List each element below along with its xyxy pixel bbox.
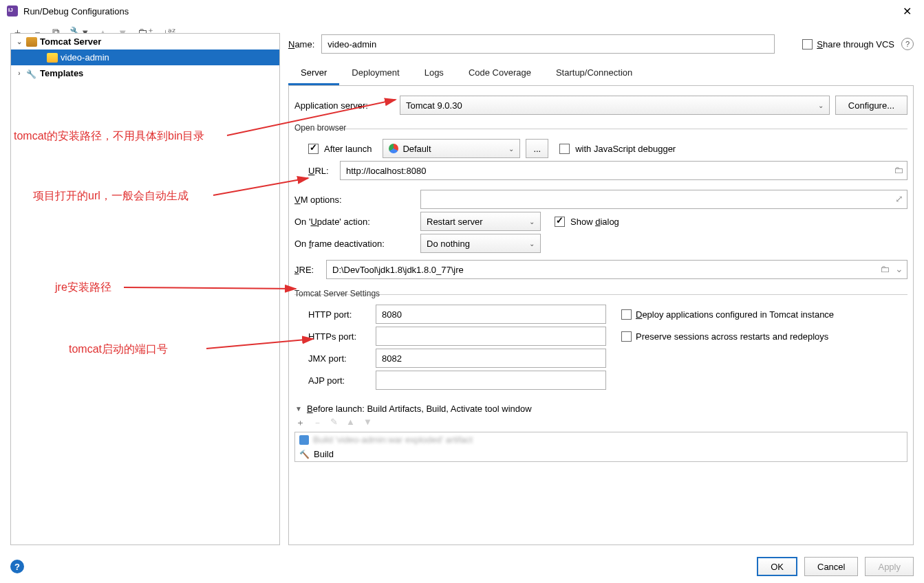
before-launch-header[interactable]: ▼ Before launch: Build Artifacts, Build,… xyxy=(294,404,907,414)
jre-input[interactable] xyxy=(326,260,907,279)
tree-label: Templates xyxy=(40,68,83,78)
help-icon[interactable]: ? xyxy=(901,38,914,50)
config-tree: ⌄ Tomcat Server video-admin › Templates xyxy=(10,33,280,545)
frame-deactivation-label: On frame deactivation: xyxy=(294,239,415,249)
wrench-icon xyxy=(26,69,37,78)
share-label: Share through VCS xyxy=(817,39,894,50)
browser-ellipsis-button[interactable]: ... xyxy=(526,139,548,158)
intellij-icon xyxy=(7,6,18,16)
browser-value: Default xyxy=(402,144,431,154)
config-tabs: Server Deployment Logs Code Coverage Sta… xyxy=(288,62,914,86)
update-action-combo[interactable]: Restart server⌄ xyxy=(420,212,541,231)
before-launch-list: Build 'video-admin:war exploded' artifac… xyxy=(294,432,907,462)
tomcat-icon xyxy=(47,53,58,63)
tab-server[interactable]: Server xyxy=(288,62,339,85)
url-label: URL: xyxy=(308,166,334,176)
http-port-label: HTTP port: xyxy=(294,309,370,320)
window-title: Run/Debug Configurations xyxy=(23,6,129,16)
help-icon[interactable]: ? xyxy=(10,560,24,573)
app-server-value: Tomcat 9.0.30 xyxy=(406,100,462,111)
ok-button[interactable]: OK xyxy=(757,557,797,576)
close-icon[interactable]: ✕ xyxy=(897,2,917,21)
list-item-label: Build xyxy=(314,449,334,459)
tab-code-coverage[interactable]: Code Coverage xyxy=(456,62,544,85)
apply-button[interactable]: Apply xyxy=(865,557,914,576)
tree-tomcat-server[interactable]: ⌄ Tomcat Server xyxy=(11,34,279,50)
jmx-port-label: JMX port: xyxy=(294,353,370,364)
tree-label: Tomcat Server xyxy=(40,36,101,47)
ajp-port-input[interactable] xyxy=(376,371,606,390)
chevron-down-icon[interactable]: ⌄ xyxy=(895,263,903,274)
add-icon[interactable]: ＋ xyxy=(296,417,305,429)
name-label: Name: xyxy=(288,39,314,50)
deploy-label: Deploy applications configured in Tomcat… xyxy=(636,309,834,320)
url-input[interactable] xyxy=(340,161,907,180)
remove-icon[interactable]: － xyxy=(313,417,322,429)
show-dialog-checkbox[interactable] xyxy=(555,217,565,227)
frame-deactivation-combo[interactable]: Do nothing⌄ xyxy=(420,234,541,253)
chevron-right-icon: › xyxy=(15,69,23,77)
show-dialog-label: Show dialog xyxy=(570,217,619,227)
vm-options-label: VM options: xyxy=(294,195,415,205)
after-launch-checkbox[interactable] xyxy=(308,144,319,154)
tab-deployment[interactable]: Deployment xyxy=(339,62,411,85)
js-debugger-label: with JavaScript debugger xyxy=(575,144,676,154)
artifact-icon xyxy=(299,435,309,445)
list-item-label: Build 'video-admin:war exploded' artifac… xyxy=(313,434,473,445)
https-port-input[interactable] xyxy=(376,327,606,346)
up-icon[interactable]: ▲ xyxy=(346,417,355,429)
hammer-icon xyxy=(299,449,310,459)
update-value: Restart server xyxy=(427,217,483,227)
tab-startup[interactable]: Startup/Connection xyxy=(544,62,645,85)
chrome-icon xyxy=(389,144,398,153)
https-port-label: HTTPs port: xyxy=(294,331,370,342)
down-icon[interactable]: ▼ xyxy=(363,417,372,429)
folder-icon[interactable]: 🗀 xyxy=(880,263,890,274)
before-launch-label: Before launch: Build Artifacts, Build, A… xyxy=(307,404,532,414)
app-server-label: Application server: xyxy=(294,100,394,111)
name-input[interactable] xyxy=(321,34,775,54)
tree-video-admin[interactable]: video-admin xyxy=(11,50,279,65)
tree-templates[interactable]: › Templates xyxy=(11,65,279,81)
vm-options-input[interactable] xyxy=(420,190,907,209)
jre-label: JRE: xyxy=(294,265,321,275)
preserve-label: Preserve sessions across restarts and re… xyxy=(636,331,828,342)
tomcat-icon xyxy=(26,37,37,47)
deploy-checkbox[interactable] xyxy=(621,309,632,320)
http-port-input[interactable] xyxy=(376,305,606,324)
ajp-port-label: AJP port: xyxy=(294,375,370,386)
tab-logs[interactable]: Logs xyxy=(412,62,456,85)
preserve-checkbox[interactable] xyxy=(621,331,632,342)
chevron-down-icon: ⌄ xyxy=(15,38,23,45)
tree-label: video-admin xyxy=(61,52,109,63)
cancel-button[interactable]: Cancel xyxy=(804,557,858,576)
list-item[interactable]: Build xyxy=(295,447,907,461)
frame-value: Do nothing xyxy=(427,239,470,249)
configure-button[interactable]: Configure... xyxy=(835,96,907,115)
folder-icon[interactable]: 🗀 xyxy=(894,164,903,175)
browser-combo[interactable]: Default⌄ xyxy=(383,139,520,158)
edit-icon[interactable]: ✎ xyxy=(330,417,338,429)
app-server-combo[interactable]: Tomcat 9.0.30⌄ xyxy=(400,96,830,115)
js-debugger-checkbox[interactable] xyxy=(559,144,570,154)
update-action-label: On 'Update' action: xyxy=(294,217,415,227)
share-checkbox[interactable] xyxy=(802,39,813,50)
expand-icon[interactable]: ⤢ xyxy=(895,193,903,204)
chevron-down-icon: ▼ xyxy=(294,405,303,412)
after-launch-label: After launch xyxy=(324,144,372,154)
jmx-port-input[interactable] xyxy=(376,349,606,368)
list-item[interactable]: Build 'video-admin:war exploded' artifac… xyxy=(295,432,907,447)
